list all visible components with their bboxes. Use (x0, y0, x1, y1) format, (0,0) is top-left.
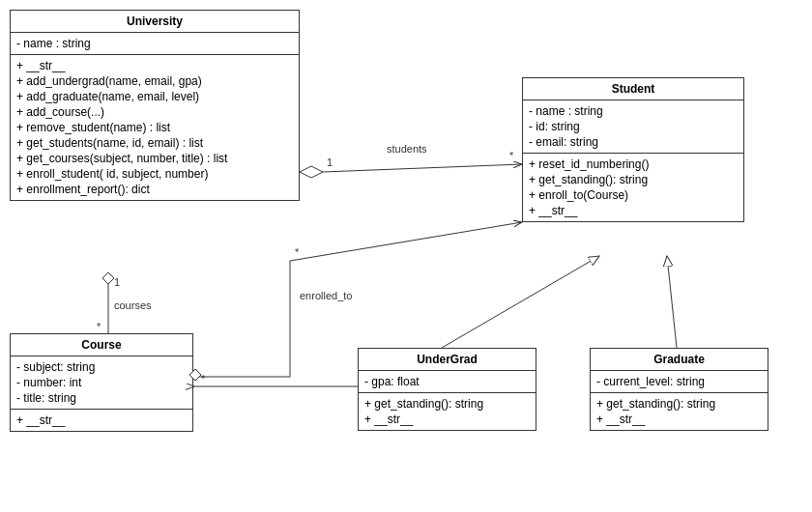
course-class: Course - subject: string - number: int -… (10, 333, 193, 432)
student-methods: + reset_id_numbering() + get_standing():… (523, 154, 743, 221)
line-enrolled-to-student (290, 222, 522, 261)
undergrad-attributes: - gpa: float (359, 371, 536, 393)
student-attributes: - name : string - id: string - email: st… (523, 100, 743, 154)
label-star-undergrad-course: * (201, 373, 206, 384)
aggregation-diamond-univ-course (102, 272, 114, 284)
label-star-course: * (97, 321, 102, 332)
course-title: Course (11, 334, 192, 356)
univ-method-5: + get_students(name, id, email) : list (16, 135, 293, 151)
graduate-method-0: + get_standing(): string (596, 396, 762, 412)
graduate-method-1: + __str__ (596, 412, 762, 427)
course-attr-2: - number: int (16, 375, 187, 390)
label-star-student: * (509, 150, 514, 161)
undergrad-method-1: + __str__ (364, 412, 530, 427)
course-attr-1: - subject: string (16, 359, 187, 375)
university-class: University - name : string + __str__ + a… (10, 10, 300, 201)
course-methods: + __str__ (11, 410, 192, 431)
course-attributes: - subject: string - number: int - title:… (11, 356, 192, 410)
line-undergrad-student-inherit (442, 256, 599, 348)
undergrad-method-0: + get_standing(): string (364, 396, 530, 412)
aggregation-diamond-univ-student (300, 166, 323, 178)
student-method-0: + reset_id_numbering() (529, 156, 738, 172)
graduate-attr-1: - current_level: string (596, 374, 762, 389)
univ-attr-1: - name : string (16, 36, 293, 51)
univ-method-2: + add_graduate(name, email, level) (16, 89, 293, 104)
undergrad-attr-1: - gpa: float (364, 374, 530, 389)
university-methods: + __str__ + add_undergrad(name, email, g… (11, 55, 299, 200)
univ-method-6: + get_courses(subject, number, title) : … (16, 151, 293, 166)
line-university-student (323, 164, 522, 172)
graduate-title: Graduate (591, 349, 768, 371)
student-method-2: + enroll_to(Course) (529, 187, 738, 203)
student-attr-1: - name : string (529, 103, 738, 119)
univ-method-4: + remove_student(name) : list (16, 120, 293, 135)
label-enrolled-to: enrolled_to (300, 290, 352, 301)
undergrad-class: UnderGrad - gpa: float + get_standing():… (358, 348, 536, 431)
univ-method-0: + __str__ (16, 58, 293, 73)
graduate-class: Graduate - current_level: string + get_s… (590, 348, 768, 431)
student-method-1: + get_standing(): string (529, 172, 738, 187)
student-class: Student - name : string - id: string - e… (522, 77, 744, 222)
graduate-methods: + get_standing(): string + __str__ (591, 393, 768, 430)
university-title: University (11, 11, 299, 33)
university-attributes: - name : string (11, 33, 299, 55)
univ-method-1: + add_undergrad(name, email, gpa) (16, 73, 293, 89)
univ-method-7: + enroll_student( id, subject, number) (16, 166, 293, 182)
univ-method-3: + add_course(...) (16, 104, 293, 120)
univ-method-8: + enrollment_report(): dict (16, 182, 293, 197)
student-title: Student (523, 78, 743, 100)
label-students: students (387, 143, 427, 155)
undergrad-title: UnderGrad (359, 349, 536, 371)
label-one-course: 1 (114, 276, 120, 288)
undergrad-methods: + get_standing(): string + __str__ (359, 393, 536, 430)
graduate-attributes: - current_level: string (591, 371, 768, 393)
student-attr-3: - email: string (529, 134, 738, 150)
label-one-univ: 1 (327, 156, 333, 168)
label-courses: courses (114, 299, 152, 311)
student-attr-2: - id: string (529, 119, 738, 134)
label-star-enrolled: * (295, 246, 300, 258)
course-method-0: + __str__ (16, 412, 187, 428)
course-attr-3: - title: string (16, 390, 187, 406)
student-method-3: + __str__ (529, 203, 738, 218)
line-graduate-student-inherit (667, 256, 677, 348)
